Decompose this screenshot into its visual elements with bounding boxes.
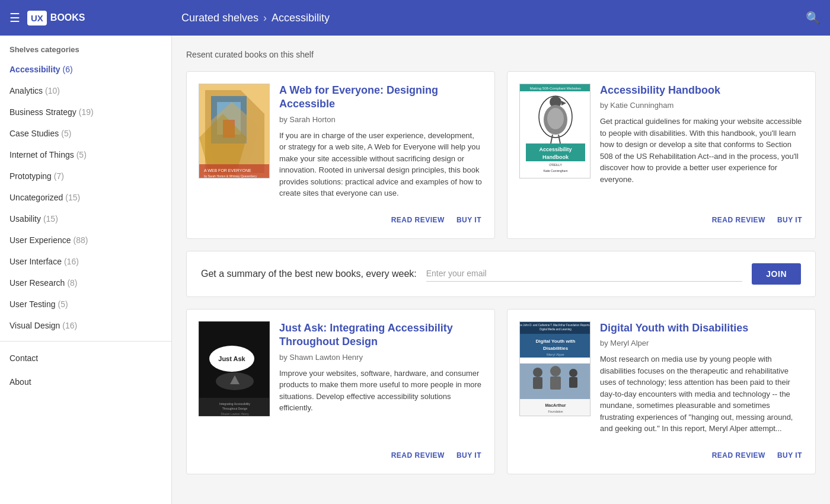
book-author: by Meryl Alper bbox=[600, 339, 803, 347]
sidebar-item-label: Uncategorized bbox=[9, 193, 63, 202]
read-review-button[interactable]: READ REVIEW bbox=[711, 213, 767, 227]
svg-text:Shawn Lawton Henry: Shawn Lawton Henry bbox=[221, 412, 249, 416]
sidebar-item-visual-design[interactable]: Visual Design (16) bbox=[0, 315, 171, 336]
sidebar-item-accessibility[interactable]: Accessibility (6) bbox=[0, 59, 171, 80]
svg-text:Meryl Alper: Meryl Alper bbox=[547, 353, 564, 356]
sidebar-item-usability[interactable]: Usability (15) bbox=[0, 208, 171, 229]
svg-text:Integrating Accessibility: Integrating Accessibility bbox=[219, 402, 250, 406]
newsletter-join-button[interactable]: JOIN bbox=[752, 263, 801, 285]
svg-text:Just Ask: Just Ask bbox=[218, 355, 245, 362]
sidebar-item-business-strategy[interactable]: Business Strategy (19) bbox=[0, 101, 171, 123]
sidebar: Shelves categories Accessibility (6) Ana… bbox=[0, 36, 172, 504]
book-card-inner: Just Ask Integrating Accessibility Throu… bbox=[199, 321, 483, 435]
read-review-button[interactable]: READ REVIEW bbox=[390, 213, 446, 227]
book-cover-digital-youth: The John D. and Catherine T. MacArthur F… bbox=[519, 321, 590, 416]
svg-point-17 bbox=[547, 108, 564, 129]
sidebar-item-label: Analytics bbox=[9, 86, 43, 95]
sidebar-item-label: Business Strategy bbox=[9, 107, 76, 117]
svg-text:Digital Youth with: Digital Youth with bbox=[536, 339, 576, 344]
header: ☰ UX BOOKS Curated shelves › Accessibili… bbox=[0, 0, 830, 36]
newsletter-input-wrap bbox=[426, 266, 743, 282]
sidebar-count: (19) bbox=[79, 107, 94, 117]
sidebar-item-label: Case Studies bbox=[9, 129, 59, 138]
sidebar-item-label: User Testing bbox=[9, 299, 56, 309]
book-description: Improve your websites, software, hardwar… bbox=[279, 368, 483, 414]
sidebar-item-prototyping[interactable]: Prototyping (7) bbox=[0, 165, 171, 187]
sidebar-count: (10) bbox=[45, 86, 60, 95]
content-area: Resent curated books on this shelf bbox=[172, 36, 830, 504]
svg-point-44 bbox=[533, 368, 542, 377]
book-info-web-for-everyone: A Web for Everyone: Designing Accessible… bbox=[279, 84, 483, 199]
book-card-inner: The John D. and Catherine T. MacArthur F… bbox=[519, 321, 803, 435]
svg-rect-50 bbox=[520, 399, 590, 416]
read-review-button[interactable]: READ REVIEW bbox=[390, 449, 446, 462]
book-info-just-ask: Just Ask: Integrating Accessibility Thro… bbox=[279, 321, 483, 435]
sidebar-count: (88) bbox=[74, 235, 88, 245]
svg-point-46 bbox=[550, 366, 561, 377]
book-card-accessibility-handbook: Making 508-Compliant Websites bbox=[507, 71, 816, 239]
buy-button[interactable]: BUY IT bbox=[455, 449, 483, 462]
book-title[interactable]: A Web for Everyone: Designing Accessible bbox=[279, 84, 483, 111]
sidebar-item-case-studies[interactable]: Case Studies (5) bbox=[0, 123, 171, 144]
book-title[interactable]: Digital Youth with Disabilities bbox=[600, 321, 803, 335]
buy-button[interactable]: BUY IT bbox=[455, 213, 483, 227]
sidebar-item-about[interactable]: About bbox=[0, 370, 171, 394]
svg-text:MacArthur: MacArthur bbox=[545, 403, 566, 407]
breadcrumb: Curated shelves › Accessibility bbox=[181, 12, 806, 24]
sidebar-item-label: User Experience bbox=[9, 235, 71, 245]
books-row-1: A WEB FOR EVERYONE by Sarah Horton & Whi… bbox=[186, 71, 816, 239]
logo-ux-text: UX bbox=[31, 13, 43, 23]
sidebar-item-label: Usability bbox=[9, 214, 41, 224]
book-actions: READ REVIEW BUY IT bbox=[199, 443, 483, 462]
sidebar-count: (15) bbox=[65, 193, 80, 202]
main-layout: Shelves categories Accessibility (6) Ana… bbox=[0, 36, 830, 504]
book-title[interactable]: Just Ask: Integrating Accessibility Thro… bbox=[279, 321, 483, 349]
buy-button[interactable]: BUY IT bbox=[776, 213, 803, 227]
books-row-2: Just Ask Integrating Accessibility Throu… bbox=[186, 309, 816, 474]
sidebar-divider bbox=[0, 341, 171, 342]
svg-text:Making 508-Compliant Websites: Making 508-Compliant Websites bbox=[530, 87, 581, 90]
book-description: If you are in charge of the user experie… bbox=[279, 130, 483, 199]
menu-icon[interactable]: ☰ bbox=[9, 11, 20, 25]
sidebar-item-analytics[interactable]: Analytics (10) bbox=[0, 80, 171, 101]
buy-button[interactable]: BUY IT bbox=[776, 449, 803, 462]
logo-area: ☰ UX BOOKS bbox=[9, 11, 181, 25]
book-author: by Shawn Lawton Henry bbox=[279, 353, 483, 362]
sidebar-count: (7) bbox=[54, 171, 64, 181]
book-card-inner: Making 508-Compliant Websites bbox=[519, 84, 803, 199]
sidebar-count: (6) bbox=[63, 65, 73, 74]
sidebar-item-label: Visual Design bbox=[9, 321, 60, 330]
sidebar-item-user-testing[interactable]: User Testing (5) bbox=[0, 294, 171, 315]
book-info-accessibility-handbook: Accessibility Handbook by Katie Cunningh… bbox=[600, 84, 803, 199]
book-actions: READ REVIEW BUY IT bbox=[199, 208, 483, 227]
logo-box: UX bbox=[27, 11, 47, 25]
sidebar-count: (5) bbox=[58, 299, 68, 309]
svg-rect-45 bbox=[533, 377, 542, 389]
sidebar-item-user-research[interactable]: User Research (8) bbox=[0, 272, 171, 294]
sidebar-item-user-experience[interactable]: User Experience (88) bbox=[0, 229, 171, 251]
sidebar-count: (5) bbox=[76, 150, 87, 160]
book-description: Get practical guidelines for making your… bbox=[600, 116, 803, 185]
book-description: Most research on media use by young peop… bbox=[600, 353, 803, 435]
logo[interactable]: UX BOOKS bbox=[27, 11, 85, 25]
read-review-button[interactable]: READ REVIEW bbox=[711, 449, 767, 462]
sidebar-item-user-interface[interactable]: User Interface (16) bbox=[0, 251, 171, 272]
svg-text:Accessibility: Accessibility bbox=[539, 146, 572, 152]
breadcrumb-current: Accessibility bbox=[272, 12, 330, 24]
svg-rect-49 bbox=[569, 377, 577, 388]
sidebar-item-contact[interactable]: Contact bbox=[0, 346, 171, 370]
sidebar-item-label: Internet of Things bbox=[9, 150, 74, 160]
svg-text:A WEB FOR EVERYONE: A WEB FOR EVERYONE bbox=[204, 168, 251, 173]
sidebar-item-iot[interactable]: Internet of Things (5) bbox=[0, 144, 171, 165]
svg-text:O'REILLY: O'REILLY bbox=[549, 163, 562, 167]
sidebar-item-uncategorized[interactable]: Uncategorized (15) bbox=[0, 187, 171, 208]
breadcrumb-start[interactable]: Curated shelves bbox=[181, 12, 258, 24]
book-title[interactable]: Accessibility Handbook bbox=[600, 84, 803, 97]
book-card-web-for-everyone: A WEB FOR EVERYONE by Sarah Horton & Whi… bbox=[186, 71, 495, 239]
sidebar-count: (16) bbox=[62, 321, 77, 330]
book-card-just-ask: Just Ask Integrating Accessibility Throu… bbox=[186, 309, 495, 474]
search-icon[interactable]: 🔍 bbox=[806, 11, 821, 25]
newsletter-email-input[interactable] bbox=[426, 269, 530, 278]
book-cover-accessibility-handbook: Making 508-Compliant Websites bbox=[519, 84, 590, 178]
newsletter-text: Get a summary of the best new books, eve… bbox=[201, 269, 417, 279]
